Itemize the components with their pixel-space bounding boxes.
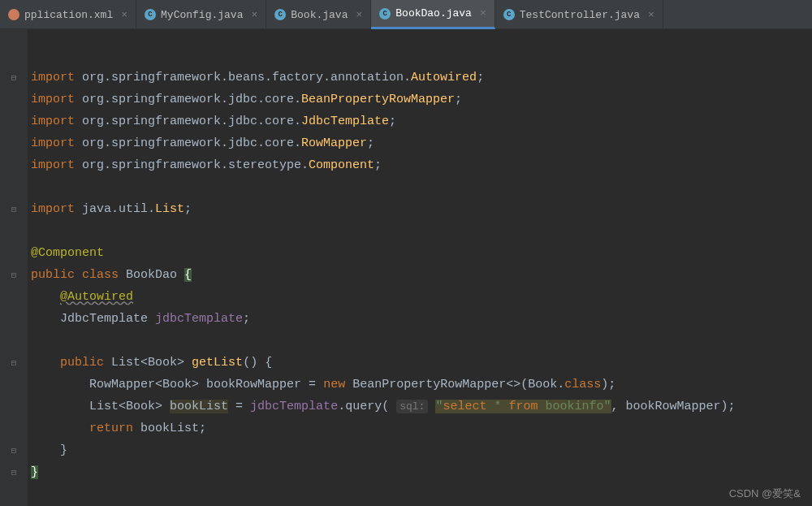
- type: JdbcTemplate: [60, 312, 148, 326]
- gutter-spacer: [0, 242, 28, 264]
- variable: bookRowMapper: [206, 378, 301, 391]
- gutter-spacer: [0, 176, 28, 198]
- class-ref: Book: [528, 378, 557, 391]
- java-class-icon: C: [274, 9, 286, 20]
- tab-label: pplication.xml: [24, 9, 113, 21]
- keyword: public: [31, 268, 75, 282]
- watermark: CSDN @爱笑&: [729, 487, 801, 501]
- editor-area: ⊟ ⊟ ⊟ ⊟ ⊟ ⊟ import org.springframework.b…: [0, 29, 812, 506]
- tab-myconfig[interactable]: C MyConfig.java ×: [136, 0, 266, 29]
- tab-testcontroller[interactable]: C TestController.java ×: [495, 0, 663, 29]
- keyword: import: [31, 115, 75, 128]
- keyword: class: [82, 268, 119, 282]
- gutter-spacer: [0, 89, 28, 110]
- field: jdbcTemplate: [250, 400, 338, 413]
- sql-star: *: [494, 400, 501, 413]
- keyword: import: [31, 93, 75, 106]
- type: BeanPropertyRowMapper: [352, 378, 506, 391]
- gutter-spacer: [0, 417, 28, 439]
- close-icon[interactable]: ×: [480, 7, 486, 19]
- brace: }: [31, 465, 38, 479]
- gutter-spacer: [0, 132, 28, 154]
- class-name: BookDao: [126, 268, 177, 282]
- fold-icon[interactable]: ⊟: [0, 352, 28, 374]
- class-ref: Component: [309, 158, 374, 172]
- java-class-icon: C: [379, 8, 391, 19]
- tab-bookdao[interactable]: C BookDao.java ×: [371, 0, 495, 29]
- package-path: org.springframework.beans.factory.annota…: [82, 71, 411, 84]
- tab-label: MyConfig.java: [161, 9, 243, 21]
- annotation: @Autowired: [60, 290, 133, 304]
- package-path: java.util.: [82, 202, 155, 216]
- method-call: query: [345, 400, 382, 413]
- keyword: public: [60, 356, 104, 370]
- fold-icon[interactable]: ⊟: [0, 67, 28, 89]
- gutter-spacer: [0, 154, 28, 176]
- java-class-icon: C: [145, 9, 156, 20]
- gutter-spacer: [0, 396, 28, 417]
- tab-application-xml[interactable]: pplication.xml ×: [0, 0, 136, 29]
- keyword: import: [31, 202, 75, 216]
- gutter-spacer: [0, 330, 28, 352]
- package-path: org.springframework.jdbc.core.: [82, 115, 301, 128]
- xml-file-icon: [8, 9, 19, 20]
- variable: bookList: [170, 400, 228, 413]
- class-ref: RowMapper: [301, 136, 367, 150]
- fold-icon[interactable]: ⊟: [0, 461, 28, 483]
- close-icon[interactable]: ×: [121, 9, 127, 21]
- class-ref: BeanPropertyRowMapper: [301, 93, 455, 106]
- annotation: @Component: [31, 246, 104, 260]
- fold-icon[interactable]: ⊟: [0, 198, 28, 220]
- keyword: import: [31, 71, 75, 84]
- package-path: org.springframework.stereotype.: [82, 158, 309, 172]
- parameter-hint: sql:: [396, 400, 428, 413]
- method-name: getList: [192, 356, 243, 370]
- java-class-icon: C: [503, 9, 515, 20]
- type: List: [111, 356, 140, 370]
- class-ref: Autowired: [411, 71, 477, 84]
- fold-icon[interactable]: ⊟: [0, 439, 28, 461]
- keyword: class: [564, 378, 601, 391]
- keyword: return: [89, 422, 133, 435]
- gutter-spacer: [0, 374, 28, 396]
- sql-string: "select * from bookinfo": [435, 400, 611, 413]
- class-ref: List: [155, 202, 184, 216]
- class-ref: JdbcTemplate: [301, 115, 389, 128]
- keyword: new: [323, 378, 345, 391]
- gutter-spacer: [0, 286, 28, 308]
- package-path: org.springframework.jdbc.core.: [82, 136, 301, 150]
- close-icon[interactable]: ×: [251, 9, 257, 21]
- field: jdbcTemplate: [155, 312, 243, 326]
- type: RowMapper: [89, 378, 155, 391]
- keyword: import: [31, 158, 75, 172]
- variable: bookList: [140, 422, 199, 435]
- code-content[interactable]: import org.springframework.beans.factory…: [28, 29, 812, 506]
- fold-icon[interactable]: ⊟: [0, 264, 28, 286]
- tab-book[interactable]: C Book.java ×: [266, 0, 371, 29]
- variable: bookRowMapper: [626, 400, 721, 413]
- editor-tabs: pplication.xml × C MyConfig.java × C Boo…: [0, 0, 812, 29]
- gutter-spacer: [0, 110, 28, 132]
- tab-label: TestController.java: [520, 9, 640, 21]
- gutter: ⊟ ⊟ ⊟ ⊟ ⊟ ⊟: [0, 29, 28, 506]
- close-icon[interactable]: ×: [648, 9, 654, 21]
- gutter-spacer: [0, 220, 28, 242]
- type: Book: [148, 356, 177, 370]
- sql-table: bookinfo: [546, 400, 604, 413]
- tab-label: Book.java: [291, 9, 348, 21]
- keyword: import: [31, 136, 75, 150]
- tab-label: BookDao.java: [395, 7, 472, 19]
- sql-keyword: from: [509, 400, 538, 413]
- sql-keyword: select: [443, 400, 486, 413]
- type: Book: [162, 378, 192, 391]
- gutter-spacer: [0, 308, 28, 330]
- type: Book: [126, 400, 155, 413]
- brace: {: [184, 268, 192, 282]
- package-path: org.springframework.jdbc.core.: [82, 93, 301, 106]
- close-icon[interactable]: ×: [356, 9, 362, 21]
- type: List: [89, 400, 119, 413]
